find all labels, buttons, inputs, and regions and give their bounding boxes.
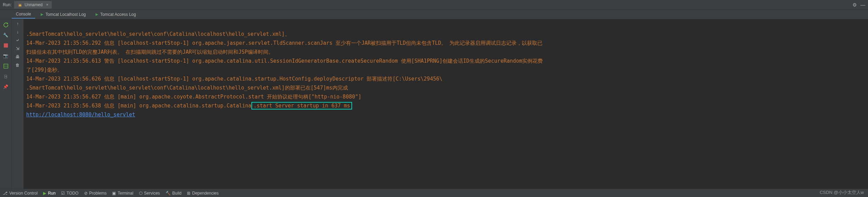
play-icon: ▶ — [96, 12, 98, 16]
log-line: 14-Mar-2023 21:35:56.613 警告 [localhost-s… — [26, 58, 398, 64]
rerun-button[interactable] — [2, 21, 9, 28]
down-arrow-icon[interactable]: ↓ — [17, 30, 19, 34]
tab-access-log-label: Tomcat Access Log — [100, 12, 136, 17]
close-icon[interactable]: × — [46, 2, 48, 7]
play-icon: ▶ — [43, 191, 46, 196]
server-url-link[interactable]: http://localhost:8080/hello_servlet — [26, 112, 135, 118]
tab-server-log[interactable]: ▶Tomcat Localhost Log — [37, 11, 90, 18]
stop-button[interactable] — [2, 42, 9, 49]
tab-console-label: Console — [16, 12, 31, 17]
camera-icon[interactable]: 📷 — [2, 52, 9, 59]
svg-rect-0 — [4, 43, 8, 48]
hammer-icon: 🔨 — [166, 191, 171, 196]
log-line: 部署描述符[C:\Users\29456\ — [363, 76, 442, 82]
log-line: 了[299]毫秒。 — [26, 67, 62, 73]
log-line: 扫描但未在其中找到TLD的完整JAR列表。 在扫描期间跳过不需要的JAR可以缩短… — [26, 49, 273, 55]
tab-access-log[interactable]: ▶Tomcat Access Log — [91, 11, 140, 18]
build-tab[interactable]: 🔨Build — [166, 191, 182, 196]
log-line: 14-Mar-2023 21:35:56.627 信息 [main] org.a… — [26, 94, 264, 100]
log-line: .SmartTomcat\hello_servlet\hello_servlet… — [26, 85, 348, 91]
console-output[interactable]: .SmartTomcat\hello_servlet\hello_servlet… — [23, 19, 868, 189]
startup-highlight: .start Server startup in 637 ms — [251, 102, 352, 110]
services-icon: ⬡ — [139, 191, 142, 196]
console-toolbar: ↑ ↓ ⤶ ⇲ 🖶 🗑 — [12, 19, 23, 189]
services-tab[interactable]: ⬡Services — [139, 191, 160, 196]
build-label: Build — [172, 191, 182, 196]
scroll-end-icon[interactable]: ⇲ — [16, 46, 19, 51]
minimize-icon[interactable]: — — [860, 2, 865, 8]
run-config-name: Unnamed — [24, 2, 42, 7]
todo-label: TODO — [67, 191, 78, 196]
dependencies-label: Dependencies — [192, 191, 219, 196]
layout-icon[interactable] — [2, 63, 9, 70]
print-icon[interactable]: 🖶 — [16, 54, 20, 59]
warning-icon: ⊘ — [84, 191, 88, 196]
problems-label: Problems — [89, 191, 107, 196]
wrench-icon[interactable]: 🔧 — [2, 32, 9, 39]
gear-icon[interactable]: ⚙ — [852, 2, 857, 8]
watermark: CSDN @小小太空人w — [820, 189, 864, 196]
run-toolbar: 🔧 📷 ⍈ 📌 — [0, 19, 12, 189]
status-bar: ⎇Version Control ▶Run ☑TODO ⊘Problems ▣T… — [0, 189, 868, 197]
log-line: 至少有一个JAR被扫描用于TLD但尚未包含TLD。 为此记录器启用调试日志记录，… — [332, 40, 542, 46]
problems-tab[interactable]: ⊘Problems — [84, 191, 107, 196]
terminal-tab[interactable]: ▣Terminal — [112, 191, 133, 196]
log-line: .SmartTomcat\hello_servlet\hello_servlet… — [26, 31, 290, 37]
version-control-label: Version Control — [9, 191, 38, 196]
run-tab-label: Run — [48, 191, 56, 196]
tab-server-log-label: Tomcat Localhost Log — [46, 12, 86, 17]
play-icon: ▶ — [41, 12, 43, 16]
check-icon: ☑ — [61, 191, 65, 196]
deps-icon: ⊞ — [187, 191, 190, 196]
soft-wrap-icon[interactable]: ⤶ — [16, 38, 19, 43]
terminal-icon: ▣ — [112, 191, 116, 196]
log-line: 使用[SHA1PRNG]创建会话ID生成的SecureRandom实例花费 — [398, 58, 543, 64]
up-arrow-icon[interactable]: ↑ — [17, 21, 19, 26]
dependencies-tab[interactable]: ⊞Dependencies — [187, 191, 219, 196]
exit-icon[interactable]: ⍈ — [2, 73, 9, 80]
tomcat-icon — [18, 2, 22, 7]
services-label: Services — [144, 191, 160, 196]
tab-console[interactable]: Console — [12, 10, 35, 19]
log-line: 14-Mar-2023 21:35:56.626 信息 [localhost-s… — [26, 76, 363, 82]
pin-icon[interactable]: 📌 — [2, 83, 9, 90]
run-label: Run: — [3, 2, 11, 7]
todo-tab[interactable]: ☑TODO — [61, 191, 78, 196]
run-tab[interactable]: ▶Run — [43, 191, 56, 196]
log-line: 14-Mar-2023 21:35:56.292 信息 [localhost-s… — [26, 40, 332, 46]
terminal-label: Terminal — [118, 191, 133, 196]
run-config-tab[interactable]: Unnamed × — [14, 1, 52, 9]
branch-icon: ⎇ — [3, 191, 8, 196]
log-line: 开始协议处理句柄["http-nio-8080"] — [264, 94, 361, 100]
version-control-tab[interactable]: ⎇Version Control — [3, 191, 38, 196]
log-line: 14-Mar-2023 21:35:56.638 信息 [main] org.a… — [26, 103, 251, 109]
clear-icon[interactable]: 🗑 — [16, 63, 20, 68]
